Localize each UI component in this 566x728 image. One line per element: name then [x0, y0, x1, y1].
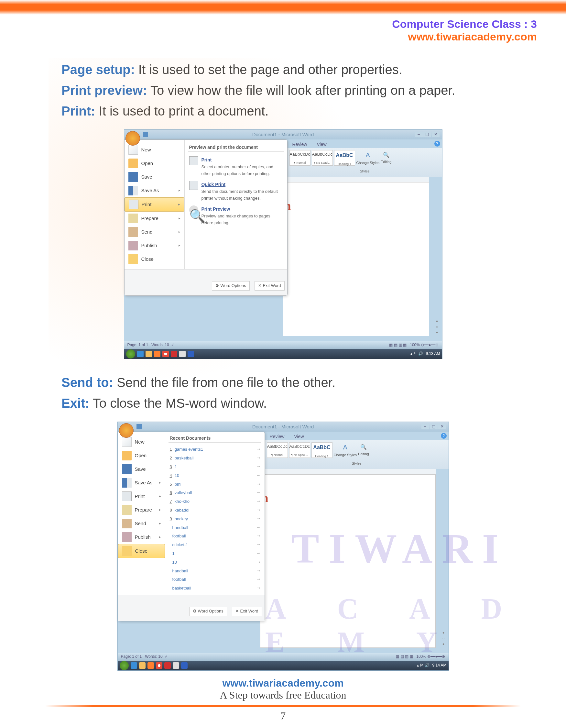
- chrome-icon[interactable]: [156, 662, 162, 669]
- close-button[interactable]: ✕: [432, 132, 439, 137]
- maximize-button[interactable]: ▢: [430, 424, 438, 429]
- style-heading1[interactable]: AaBbCHeading 1: [311, 442, 332, 458]
- menu-saveas[interactable]: Save As▸: [125, 184, 184, 197]
- submenu-quickprint[interactable]: Quick PrintSend the document directly to…: [188, 179, 284, 204]
- chevron-right-icon: ▸: [159, 507, 161, 513]
- start-button-icon[interactable]: [120, 661, 129, 670]
- menu-publish[interactable]: Publish▸: [118, 530, 165, 544]
- status-words[interactable]: Words: 10: [151, 343, 169, 347]
- ie-icon[interactable]: [131, 662, 137, 669]
- doc-icon[interactable]: [179, 351, 186, 357]
- menu-print[interactable]: Print▸: [125, 197, 184, 212]
- recent-doc-item[interactable]: 7kho-kho⊸: [169, 497, 261, 506]
- word-options-button[interactable]: ⚙ Word Options: [212, 281, 250, 291]
- submenu-print[interactable]: PrintSelect a printer, number of copies,…: [188, 154, 284, 179]
- save-icon[interactable]: [137, 424, 142, 429]
- word-icon[interactable]: [188, 351, 194, 357]
- recent-doc-item[interactable]: cricket-1⊸: [169, 541, 261, 549]
- style-heading1[interactable]: AaBbCHeading 1: [334, 150, 355, 166]
- help-icon[interactable]: ?: [434, 141, 440, 147]
- menu-publish[interactable]: Publish▸: [125, 239, 184, 252]
- media-icon[interactable]: [148, 662, 154, 669]
- menu-save[interactable]: Save: [118, 462, 165, 476]
- word-screenshot-print-menu: Document1 - Microsoft Word – ▢ ✕ Review …: [124, 129, 442, 359]
- menu-send[interactable]: Send▸: [118, 517, 165, 530]
- style-normal[interactable]: AaBbCcDc¶ Normal: [289, 150, 310, 166]
- style-nospacing[interactable]: AaBbCcDc¶ No Spaci...: [289, 442, 310, 458]
- menu-open[interactable]: Open: [125, 157, 184, 170]
- status-words[interactable]: Words: 10: [145, 654, 162, 659]
- maximize-button[interactable]: ▢: [423, 132, 431, 137]
- page-number: 7: [0, 710, 566, 722]
- recent-doc-item[interactable]: 8kabaddi⊸: [169, 506, 261, 515]
- status-page[interactable]: Page: 1 of 1: [121, 654, 142, 659]
- editing-button[interactable]: 🔍Editing: [358, 443, 369, 457]
- status-page[interactable]: Page: 1 of 1: [128, 343, 149, 347]
- recent-doc-item[interactable]: 6volleyball⊸: [169, 489, 261, 497]
- scroll-buttons[interactable]: ●○●: [436, 318, 438, 336]
- media-icon[interactable]: [154, 351, 161, 357]
- ribbon: AaBbCcDc¶ Normal AaBbCcDc¶ No Spaci... A…: [287, 148, 442, 177]
- style-nospacing[interactable]: AaBbCcDc¶ No Spaci...: [312, 150, 333, 166]
- save-icon[interactable]: [143, 132, 148, 137]
- style-normal[interactable]: AaBbCcDc¶ Normal: [267, 442, 288, 458]
- exit-word-button[interactable]: ✕ Exit Word: [255, 281, 284, 291]
- recent-doc-item[interactable]: 31⊸: [169, 463, 261, 471]
- ie-icon[interactable]: [137, 351, 144, 357]
- menu-saveas[interactable]: Save As▸: [118, 476, 165, 490]
- page-footer: www.tiwariacademy.com A Step towards fre…: [0, 677, 566, 701]
- change-styles-button[interactable]: AChange Styles: [356, 150, 380, 166]
- tab-view[interactable]: View: [289, 432, 308, 440]
- editing-button[interactable]: 🔍Editing: [381, 151, 392, 165]
- doc-icon[interactable]: [173, 662, 179, 669]
- recent-doc-item[interactable]: 1⊸: [169, 549, 261, 558]
- recent-doc-item[interactable]: 5bmi⊸: [169, 480, 261, 489]
- word-icon[interactable]: [181, 662, 188, 669]
- tab-review[interactable]: Review: [265, 432, 289, 440]
- prepare-icon: [128, 214, 138, 223]
- menu-save[interactable]: Save: [125, 170, 184, 184]
- tab-view[interactable]: View: [312, 139, 331, 148]
- start-button-icon[interactable]: [126, 349, 135, 358]
- document-area[interactable]: h: [260, 474, 436, 648]
- office-button-icon[interactable]: [126, 131, 140, 146]
- recent-doc-item[interactable]: football⊸: [169, 532, 261, 541]
- recent-doc-item[interactable]: basketball⊸: [169, 584, 261, 593]
- menu-close[interactable]: Close: [125, 252, 184, 266]
- exit-word-button[interactable]: ✕ Exit Word: [232, 607, 262, 616]
- menu-close[interactable]: Close: [118, 544, 165, 558]
- menu-prepare[interactable]: Prepare▸: [118, 503, 165, 517]
- folder-icon[interactable]: [139, 662, 146, 669]
- recent-doc-item[interactable]: 9hockey⊸: [169, 515, 261, 524]
- recent-doc-item[interactable]: 10⊸: [169, 558, 261, 567]
- change-styles-button[interactable]: AChange Styles: [334, 442, 357, 458]
- app-icon[interactable]: [164, 662, 171, 669]
- document-area[interactable]: h: [283, 182, 429, 336]
- app-icon[interactable]: [171, 351, 177, 357]
- zoom-controls[interactable]: ▦ ▤ ▥ ▦ 100% ⊖━━●━━⊕: [395, 654, 445, 660]
- recent-doc-item[interactable]: handball⊸: [169, 524, 261, 532]
- submenu-printpreview[interactable]: 🔍Print PreviewPreview and make changes t…: [188, 204, 284, 228]
- scroll-buttons[interactable]: ●○●: [442, 630, 445, 647]
- close-button[interactable]: ✕: [438, 424, 446, 429]
- folder-icon[interactable]: [146, 351, 152, 357]
- minimize-button[interactable]: –: [415, 132, 423, 137]
- recent-doc-item[interactable]: 2basketball⊸: [169, 454, 261, 463]
- zoom-controls[interactable]: ▦ ▤ ▥ ▦ 100% ⊖━━●━━⊕: [389, 342, 438, 348]
- recent-doc-item[interactable]: 1games events1⊸: [169, 445, 261, 454]
- system-tray[interactable]: ▴ 🏳 🔊 9:13 AM: [410, 351, 440, 357]
- menu-prepare[interactable]: Prepare▸: [125, 212, 184, 225]
- system-tray[interactable]: ▴ 🏳 🔊 9:14 AM: [417, 662, 447, 668]
- help-icon[interactable]: ?: [441, 433, 447, 439]
- minimize-button[interactable]: –: [421, 424, 429, 429]
- office-button-icon[interactable]: [119, 423, 134, 438]
- chrome-icon[interactable]: [162, 351, 169, 357]
- recent-doc-item[interactable]: 410⊸: [169, 471, 261, 480]
- menu-send[interactable]: Send▸: [125, 225, 184, 239]
- recent-doc-item[interactable]: handball⊸: [169, 567, 261, 576]
- tab-review[interactable]: Review: [287, 139, 312, 148]
- menu-print[interactable]: Print▸: [118, 490, 165, 503]
- menu-open[interactable]: Open: [118, 449, 165, 462]
- recent-doc-item[interactable]: football⊸: [169, 575, 261, 584]
- word-options-button[interactable]: ⚙ Word Options: [189, 607, 227, 616]
